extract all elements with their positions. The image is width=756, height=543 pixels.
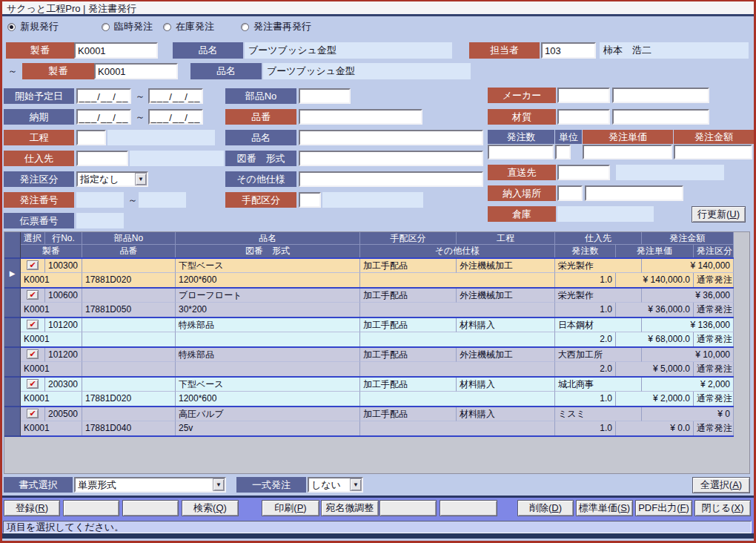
- grid-cell: ¥ 0: [642, 407, 734, 421]
- delivery-place-code-input[interactable]: [557, 185, 583, 201]
- start-date-to-input[interactable]: ___/__/__: [148, 88, 203, 104]
- batch-order-dropdown[interactable]: しない ▼: [308, 477, 363, 493]
- grid-cell: [82, 362, 176, 376]
- grid-cell: K0001: [21, 273, 82, 287]
- grid-header-cell: 工程: [457, 232, 555, 245]
- grid-cell: 2.0: [555, 332, 616, 346]
- grid-cell: ¥ 5,000.0: [616, 362, 694, 376]
- row-checkbox[interactable]: ✔: [27, 409, 39, 418]
- grid-cell: ¥ 68,000.0: [616, 332, 694, 346]
- grid-cell: 城北商事: [555, 378, 642, 392]
- delivery-date-from-input[interactable]: ___/__/__: [76, 109, 131, 125]
- hinmei-to-value: ブーツブッシュ金型: [263, 63, 471, 79]
- grid-cell: [176, 332, 360, 346]
- hinmei-from-value: ブーツブッシュ金型: [245, 42, 452, 59]
- material-code-input[interactable]: [557, 109, 610, 125]
- unit-input[interactable]: [555, 145, 571, 159]
- row-checkbox[interactable]: ✔: [27, 260, 39, 270]
- arrange-class-code-input[interactable]: [299, 192, 321, 208]
- tantosha-code-input[interactable]: 103: [541, 42, 596, 59]
- row-checkbox[interactable]: ✔: [27, 320, 39, 329]
- radio-3[interactable]: 在庫発注: [163, 20, 214, 33]
- blank-button-2[interactable]: [122, 500, 179, 516]
- dropdown-arrow-icon[interactable]: ▼: [350, 478, 362, 491]
- seiban-from-input[interactable]: K0001: [74, 42, 158, 59]
- table-row[interactable]: ✔100600ブローフロート加工手配品外注機械加工栄光製作¥ 36,000K00…: [21, 289, 734, 318]
- print-button[interactable]: 印刷(P): [262, 500, 319, 516]
- seiban-to-input[interactable]: K0001: [94, 63, 178, 79]
- table-row[interactable]: ✔101200特殊部品加工手配品材料購入日本鋼材¥ 136,000K00012.…: [21, 318, 734, 348]
- material-name-input[interactable]: [612, 109, 709, 125]
- blank-button-4[interactable]: [440, 500, 497, 516]
- grid-cell: K0001: [21, 392, 82, 406]
- grid-cell: 材料購入: [457, 318, 555, 332]
- table-row[interactable]: ✔200500高圧バルブ加工手配品材料購入ミスミ¥ 0K000117881D04…: [21, 407, 734, 437]
- item-code-input[interactable]: [299, 109, 422, 125]
- standard-price-button[interactable]: 標準単価(S): [576, 500, 633, 516]
- item-name-input[interactable]: [299, 130, 483, 145]
- radio-1[interactable]: 新規発行: [7, 20, 59, 33]
- unit-price-input[interactable]: [583, 145, 672, 159]
- grid-cell: 通常発注: [694, 303, 734, 317]
- radio-circle-icon[interactable]: [241, 23, 249, 31]
- dropdown-arrow-icon[interactable]: ▼: [213, 478, 225, 491]
- blank-button-3[interactable]: [379, 500, 437, 516]
- radio-circle-icon[interactable]: [7, 23, 16, 31]
- maker-name-input[interactable]: [612, 88, 709, 103]
- pdf-output-button[interactable]: PDF出力(F): [635, 500, 692, 516]
- grid-header-cell: 発注金額: [642, 232, 734, 245]
- row-indicator: [4, 407, 21, 437]
- table-row[interactable]: ✔200300下型ベース加工手配品材料購入城北商事¥ 2,000K0001178…: [21, 378, 734, 407]
- slip-number-value: [76, 213, 124, 228]
- process-code-input[interactable]: [76, 130, 106, 145]
- radio-circle-icon[interactable]: [102, 23, 110, 31]
- order-grid: ▶ 選択行No.部品No品名手配区分工程仕入先発注金額製番品番図番 形式その他仕…: [4, 231, 750, 474]
- grid-cell: 101200: [45, 348, 82, 362]
- order-amount-input[interactable]: [674, 145, 752, 159]
- order-qty-input[interactable]: [488, 145, 554, 159]
- indicator-header: [4, 232, 21, 259]
- app-window: サクっと工程Pro | 発注書発行 新規発行臨時発注在庫発注発注書再発行 製番 …: [0, 0, 756, 543]
- grid-cell: 1.0: [555, 421, 616, 435]
- dropdown-arrow-icon[interactable]: ▼: [135, 173, 147, 185]
- grid-cell: [82, 289, 176, 303]
- part-no-input[interactable]: [299, 88, 351, 104]
- register-button[interactable]: 登録(R): [4, 500, 60, 516]
- address-adjust-button[interactable]: 宛名微調整: [321, 500, 379, 516]
- grid-cell: 材料購入: [457, 407, 555, 421]
- grid-cell: [360, 332, 555, 346]
- grid-cell: 25v: [176, 421, 360, 435]
- row-checkbox[interactable]: ✔: [27, 290, 39, 300]
- radio-4[interactable]: 発注書再発行: [241, 20, 311, 33]
- row-checkbox[interactable]: ✔: [27, 349, 39, 359]
- table-row[interactable]: ✔101200特殊部品加工手配品外注機械加工大西加工所¥ 10,000K0001…: [21, 348, 734, 378]
- maker-code-input[interactable]: [557, 88, 610, 103]
- delete-button[interactable]: 削除(D): [517, 500, 574, 516]
- grid-cell: 特殊部品: [176, 318, 360, 332]
- select-all-button[interactable]: 全選択(A): [692, 477, 750, 493]
- grid-cell: ¥ 2,000.0: [616, 392, 694, 406]
- grid-header-cell: 品番: [82, 245, 176, 257]
- direct-ship-code-input[interactable]: [557, 165, 610, 180]
- radio-2[interactable]: 臨時発注: [102, 20, 153, 33]
- row-update-button[interactable]: 行更新(U): [692, 206, 746, 223]
- grid-cell: [82, 318, 176, 332]
- drawing-no-input[interactable]: [299, 151, 483, 166]
- other-spec-input[interactable]: [299, 171, 483, 187]
- search-button[interactable]: 検索(Q): [182, 500, 239, 516]
- blank-button-1[interactable]: [63, 500, 119, 516]
- grid-cell: [360, 362, 555, 376]
- table-row[interactable]: ✔100300下型ベース加工手配品外注機械加工栄光製作¥ 140,000K000…: [21, 259, 734, 289]
- drawing-no-label: 図番 形式: [225, 151, 296, 166]
- grid-header-cell: 製番: [21, 245, 82, 257]
- order-class-dropdown[interactable]: 指定なし ▼: [76, 171, 148, 187]
- format-select-dropdown[interactable]: 単票形式 ▼: [74, 477, 226, 493]
- delivery-date-to-input[interactable]: ___/__/__: [148, 109, 203, 125]
- start-date-from-input[interactable]: ___/__/__: [76, 88, 131, 104]
- row-checkbox[interactable]: ✔: [27, 379, 39, 389]
- delivery-place-name-input[interactable]: [585, 185, 683, 201]
- grid-cell: 加工手配品: [360, 259, 457, 273]
- supplier-code-input[interactable]: [76, 151, 128, 166]
- close-button[interactable]: 閉じる(X): [694, 500, 751, 516]
- radio-circle-icon[interactable]: [163, 23, 171, 31]
